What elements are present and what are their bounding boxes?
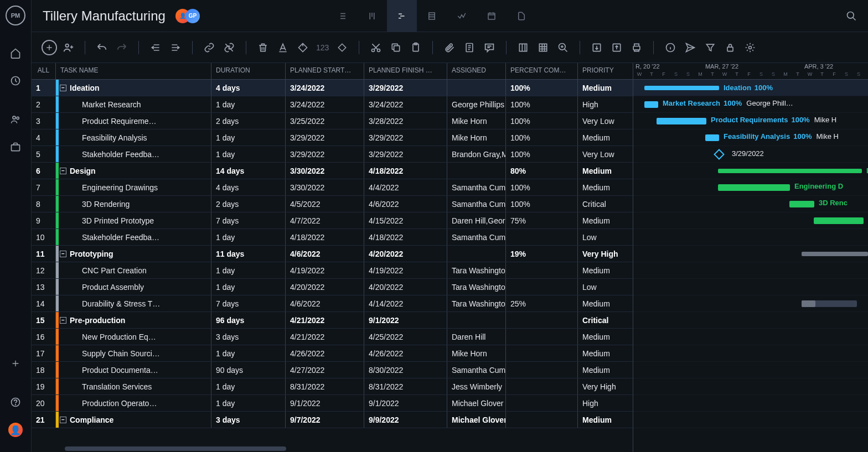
import-icon[interactable]: [588, 39, 606, 56]
help-icon[interactable]: [4, 391, 27, 413]
sheet-view-icon[interactable]: [417, 0, 447, 32]
lock-icon[interactable]: [721, 39, 739, 56]
table-row[interactable]: 7Engineering Drawings4 days3/30/20224/4/…: [32, 179, 633, 196]
table-row[interactable]: 83D Rendering2 days4/5/20224/6/2022Saman…: [32, 196, 633, 212]
milestone-marker[interactable]: [714, 149, 725, 160]
gantt-row[interactable]: [633, 412, 868, 428]
info-icon[interactable]: [662, 39, 679, 56]
user-avatar-icon[interactable]: 👤: [4, 419, 27, 441]
col-header-start[interactable]: PLANNED START…: [286, 63, 364, 79]
gantt-row[interactable]: [633, 229, 868, 246]
col-header-percent[interactable]: PERCENT COM…: [506, 63, 578, 79]
gantt-row[interactable]: Engineering D: [633, 179, 868, 196]
collapse-icon[interactable]: −: [60, 251, 66, 257]
col-header-name[interactable]: TASK NAME: [56, 63, 211, 79]
gantt-bar[interactable]: Market Research100%George Phill…: [644, 101, 658, 108]
table-row[interactable]: 17Supply Chain Sourci…1 day4/26/20224/26…: [32, 345, 633, 362]
search-icon[interactable]: [846, 11, 857, 22]
team-icon[interactable]: [4, 108, 27, 131]
table-row[interactable]: 2Market Research1 day3/24/20223/24/2022G…: [32, 96, 633, 113]
table-row[interactable]: 6−Design14 days3/30/20224/18/202280%Medi…: [32, 163, 633, 179]
gantt-row[interactable]: [633, 378, 868, 395]
table-row[interactable]: 10Stakeholder Feedba…1 day4/18/20224/18/…: [32, 229, 633, 246]
table-row[interactable]: 14Durability & Stress T…7 days4/6/20224/…: [32, 295, 633, 312]
tag-icon[interactable]: [294, 39, 312, 56]
table-row[interactable]: 16New Production Eq…3 days4/21/20224/25/…: [32, 329, 633, 345]
gantt-row[interactable]: [633, 295, 868, 312]
table-row[interactable]: 13Product Assembly1 day4/20/20224/20/202…: [32, 279, 633, 295]
undo-icon[interactable]: [93, 39, 111, 56]
table-row[interactable]: 93D Printed Prototype7 days4/7/20224/15/…: [32, 212, 633, 229]
delete-icon[interactable]: [254, 39, 272, 56]
files-view-icon[interactable]: [507, 0, 536, 32]
gantt-row[interactable]: 3/29/2022: [633, 146, 868, 163]
collapse-icon[interactable]: −: [60, 168, 66, 174]
unlink-icon[interactable]: [220, 39, 238, 56]
gantt-bar[interactable]: Engineering D: [718, 184, 790, 191]
gantt-bar[interactable]: Ideation100%: [644, 86, 719, 90]
zoom-icon[interactable]: [554, 39, 572, 56]
gantt-row[interactable]: [633, 362, 868, 378]
gantt-row[interactable]: [633, 395, 868, 412]
gantt-row[interactable]: Product Requirements100%Mike H: [633, 113, 868, 129]
board-view-icon[interactable]: [357, 0, 387, 32]
gantt-bar[interactable]: Prototyping19%: [802, 252, 868, 256]
gantt-bar[interactable]: Feasibility Analysis100%Mike H: [705, 134, 719, 141]
text-format-icon[interactable]: [274, 39, 292, 56]
gantt-row[interactable]: Ideation100%: [633, 80, 868, 96]
print-icon[interactable]: [628, 39, 645, 56]
assign-icon[interactable]: [59, 39, 77, 56]
dashboard-view-icon[interactable]: [447, 0, 477, 32]
gantt-bar[interactable]: 3D Renc: [789, 201, 814, 207]
collapse-icon[interactable]: −: [60, 417, 66, 423]
filter-icon[interactable]: [701, 39, 719, 56]
col-header-all[interactable]: ALL: [32, 63, 56, 79]
table-row[interactable]: 5Stakeholder Feedba…1 day3/29/20223/29/2…: [32, 146, 633, 163]
link-icon[interactable]: [200, 39, 218, 56]
table-row[interactable]: 21−Compliance3 days9/7/20229/9/2022Micha…: [32, 412, 633, 428]
col-header-finish[interactable]: PLANNED FINISH …: [364, 63, 447, 79]
gantt-row[interactable]: [633, 279, 868, 295]
export-icon[interactable]: [608, 39, 626, 56]
gantt-row[interactable]: 3D Renc: [633, 196, 868, 212]
cut-icon[interactable]: [367, 39, 385, 56]
attach-icon[interactable]: [441, 39, 458, 56]
table-row[interactable]: 19Translation Services1 day8/31/20228/31…: [32, 378, 633, 395]
settings-icon[interactable]: [741, 39, 759, 56]
gantt-view-icon[interactable]: [387, 0, 417, 32]
gantt-row[interactable]: [633, 212, 868, 229]
gantt-bar[interactable]: [814, 217, 864, 224]
gantt-bar[interactable]: Product Requirements100%Mike H: [657, 118, 706, 124]
collapse-icon[interactable]: −: [60, 85, 66, 91]
recent-icon[interactable]: [4, 70, 27, 92]
table-row[interactable]: 1−Ideation4 days3/24/20223/29/2022100%Me…: [32, 80, 633, 96]
milestone-icon[interactable]: [333, 39, 351, 56]
redo-icon[interactable]: [113, 39, 131, 56]
home-icon[interactable]: [4, 42, 27, 64]
col-header-assigned[interactable]: ASSIGNED: [447, 63, 506, 79]
gantt-row[interactable]: Feasibility Analysis100%Mike H: [633, 129, 868, 146]
table-row[interactable]: 15−Pre-production96 days4/21/20229/1/202…: [32, 312, 633, 329]
collapse-icon[interactable]: −: [60, 317, 66, 324]
list-view-icon[interactable]: [327, 0, 357, 32]
col-header-duration[interactable]: DURATION: [211, 63, 286, 79]
gantt-row[interactable]: [633, 329, 868, 345]
outdent-icon[interactable]: [147, 39, 164, 56]
add-icon[interactable]: [4, 352, 27, 375]
gantt-bar[interactable]: [802, 300, 857, 307]
indent-icon[interactable]: [167, 39, 184, 56]
add-task-button[interactable]: [42, 40, 57, 55]
grid-icon[interactable]: [534, 39, 552, 56]
table-row[interactable]: 20Production Operato…1 day9/1/20229/1/20…: [32, 395, 633, 412]
col-header-priority[interactable]: PRIORITY: [578, 63, 629, 79]
paste-icon[interactable]: [407, 39, 425, 56]
portfolio-icon[interactable]: [4, 136, 27, 158]
columns-icon[interactable]: [514, 39, 532, 56]
table-row[interactable]: 11−Prototyping11 days4/6/20224/20/202219…: [32, 246, 633, 262]
gantt-row[interactable]: Design80%: [633, 163, 868, 179]
gantt-row[interactable]: Prototyping19%: [633, 246, 868, 262]
gantt-row[interactable]: [633, 345, 868, 362]
gantt-row[interactable]: [633, 262, 868, 279]
calendar-view-icon[interactable]: [477, 0, 507, 32]
table-row[interactable]: 12CNC Part Creation1 day4/19/20224/19/20…: [32, 262, 633, 279]
